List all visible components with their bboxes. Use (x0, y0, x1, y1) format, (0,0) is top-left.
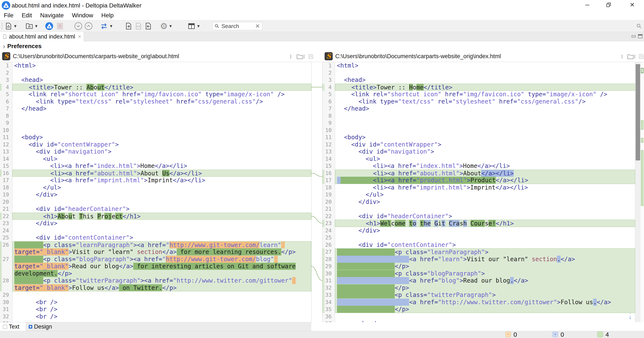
right-folder-icon[interactable] (627, 54, 634, 60)
stop-button[interactable] (56, 22, 64, 30)
right-file-path[interactable]: C:\Users\brunobrito\Documents\carparts-w… (335, 53, 501, 60)
stop-icon (56, 22, 64, 30)
run-comparison-button[interactable] (45, 22, 54, 30)
search-clear-icon[interactable]: ✕ (255, 23, 260, 30)
merge-both-button[interactable] (134, 22, 142, 30)
panel-maximize-icon[interactable] (638, 34, 643, 38)
code-row: 8 (0, 112, 311, 120)
code-row: 1<html> (0, 62, 311, 69)
compare-files-button[interactable]: ▾ (5, 22, 16, 30)
menu-item-window[interactable]: Window (72, 12, 98, 19)
code-row: 35 </p> (323, 306, 635, 313)
preferences-section: › Preferences (0, 41, 644, 51)
line-number: 37 (323, 320, 333, 322)
changed-count: 4 (606, 331, 609, 338)
left-code-editor[interactable]: 1<html>23 <head>4 <title>Tower :: About<… (0, 62, 312, 322)
code-row: target="_blank">Visit our "learn" sectio… (0, 248, 311, 256)
scrollbar-thumb[interactable] (636, 64, 640, 160)
left-folder-chevron-icon[interactable] (304, 54, 304, 58)
code-line: <p class="learnParagraph"> (335, 248, 635, 256)
right-save-icon[interactable] (638, 54, 644, 60)
ruler-marker[interactable] (641, 150, 643, 206)
code-row: 2 (323, 69, 635, 76)
code-line: <link type="text/css" rel="stylesheet" h… (335, 98, 635, 105)
layout-button[interactable]: ▾ (188, 22, 200, 30)
code-row: 11 <body> (323, 134, 635, 141)
tab-close-icon[interactable]: × (78, 34, 81, 40)
line-number: 19 (323, 191, 333, 198)
menu-item-edit[interactable]: Edit (22, 12, 37, 19)
code-row: 31 <a href="blog">Read our blog.</a> (323, 277, 635, 284)
code-row: 4 <title>Tower :: Home</title> (323, 84, 635, 91)
code-row: 6 <link type="text/css" rel="stylesheet"… (0, 98, 311, 105)
left-collapse-chevron-icon[interactable] (290, 54, 291, 58)
tab-about-and-index[interactable]: about.html and index.html × (0, 32, 84, 41)
code-row: 7 </head> (323, 105, 635, 112)
code-line: <a href="blog">Read our blog.</a> (335, 277, 635, 284)
code-row: 12 <div id="contentWrapper"> (0, 141, 311, 148)
preferences-label[interactable]: Preferences (7, 43, 42, 50)
code-line: <p class="learnParagraph"><a href="http:… (12, 241, 311, 248)
vertical-scrollbar[interactable] (635, 62, 640, 322)
left-file-type-icon: S (2, 52, 10, 60)
code-line (335, 127, 635, 134)
right-code-editor[interactable]: 1<html>23 <head>4 <title>Tower :: Home</… (322, 62, 635, 322)
right-collapse-chevron-icon[interactable] (622, 54, 622, 58)
code-line: <div id="navigation"> (12, 148, 311, 155)
line-number: 25 (0, 234, 11, 241)
code-row: 18 </ul> (0, 184, 311, 191)
code-row: 20 (0, 198, 311, 206)
split-view-icon (188, 22, 196, 30)
menu-item-navigate[interactable]: Navigate (40, 12, 69, 19)
ruler-marker[interactable] (641, 120, 643, 130)
close-button[interactable]: ✕ (626, 0, 639, 10)
search-input[interactable] (221, 23, 252, 30)
tab-text-view[interactable]: Text (0, 322, 26, 331)
overview-ruler[interactable] (640, 62, 644, 322)
menu-item-file[interactable]: File (4, 12, 18, 19)
settings-button[interactable]: ⚙ ▾ (160, 22, 172, 30)
right-folder-chevron-icon[interactable] (634, 54, 635, 58)
restore-button[interactable] (602, 0, 615, 10)
merge-right-button[interactable] (125, 22, 132, 30)
code-line: </p> (335, 263, 635, 270)
line-number: 4 (0, 84, 11, 91)
left-save-icon[interactable] (308, 54, 314, 60)
code-row: 10 (323, 127, 635, 134)
panel-minimize-icon[interactable] (632, 35, 636, 38)
ruler-marker-current[interactable] (641, 68, 643, 73)
line-number: 12 (323, 141, 333, 148)
code-row: development.</p> (0, 270, 311, 277)
code-row: 2 (0, 69, 311, 76)
menu-item-help[interactable]: Help (101, 12, 119, 19)
delta-compare-icon (45, 22, 54, 30)
toolbar-search-icon (636, 23, 642, 29)
merge-left-button[interactable] (144, 22, 152, 30)
ruler-marker[interactable] (641, 138, 643, 143)
find-button[interactable] (636, 22, 642, 30)
code-line: <div id="contentContainer"> (12, 234, 311, 241)
code-row: 5 <link rel="shortcut icon" href="img/fa… (0, 91, 311, 98)
settings-caret-icon: ▾ (170, 23, 172, 29)
code-row: 7 </head> (0, 105, 311, 112)
code-line (12, 112, 311, 120)
minimize-button[interactable]: – (581, 0, 594, 10)
left-file-path[interactable]: C:\Users\brunobrito\Documents\carparts-w… (13, 53, 179, 60)
expander-chevron-icon[interactable]: › (3, 42, 5, 50)
next-difference-button[interactable] (74, 22, 82, 30)
left-folder-icon[interactable] (296, 54, 303, 60)
code-row: 25 (323, 234, 635, 241)
line-number: 24 (323, 227, 333, 234)
toolbar-grip-handle[interactable] (2, 23, 2, 24)
code-line: </div> (335, 227, 635, 234)
swap-sides-button[interactable]: ▾ (100, 22, 112, 30)
tab-design-view[interactable]: Design (26, 322, 60, 331)
line-number (0, 284, 11, 292)
previous-difference-button[interactable] (84, 22, 93, 30)
line-number: 10 (0, 127, 11, 134)
line-number: 1 (323, 62, 333, 69)
code-line: <div id="contentContainer"> (335, 241, 635, 248)
compare-folders-button[interactable]: ▾ (25, 22, 38, 30)
line-number: 8 (0, 112, 11, 120)
code-row: 28 <a href="learn">Visit our "learn" sec… (323, 256, 635, 263)
